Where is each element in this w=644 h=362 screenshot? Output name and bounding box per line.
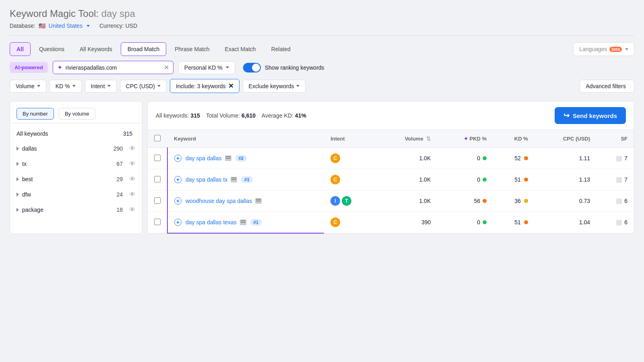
tab-questions[interactable]: Questions	[32, 42, 71, 56]
add-keyword-icon[interactable]: +	[174, 155, 182, 162]
filters-row: Volume KD % Intent CPC (USD) Include: 3 …	[10, 79, 634, 93]
flag-icon: 🇺🇸	[39, 23, 45, 29]
tab-all-keywords[interactable]: All Keywords	[73, 42, 119, 56]
intent-filter-button[interactable]: Intent	[85, 80, 117, 93]
kd-value: 51	[514, 219, 521, 225]
volume-filter-button[interactable]: Volume	[10, 80, 46, 93]
eye-icon[interactable]: 👁	[129, 145, 136, 152]
ranking-toggle[interactable]	[243, 63, 261, 72]
ranking-toggle-wrapper: Show ranking keywords	[243, 63, 324, 72]
eye-icon[interactable]: 👁	[129, 191, 136, 198]
keyword-link[interactable]: day spa dallas	[186, 155, 222, 161]
send-keywords-button[interactable]: ↪ Send keywords	[555, 107, 626, 124]
results-stats: All keywords: 315 Total Volume: 6,610 Av…	[156, 112, 306, 119]
kd-filter-button[interactable]: KD %	[50, 80, 82, 93]
sidebar-item-label: best	[22, 176, 113, 182]
tab-exact-match[interactable]: Exact Match	[218, 42, 263, 56]
rank-badge: #1	[250, 219, 262, 225]
sidebar-item[interactable]: tx 67 👁	[10, 156, 142, 172]
results-vol-value: 6,610	[242, 112, 256, 119]
sort-by-number-button[interactable]: By number	[17, 108, 54, 120]
database-chevron-icon[interactable]	[87, 25, 90, 27]
tab-broad-match[interactable]: Broad Match	[121, 42, 166, 56]
advanced-filters-button[interactable]: Advanced filters	[580, 80, 634, 93]
kd-dot	[524, 178, 528, 182]
add-keyword-icon[interactable]: +	[174, 219, 182, 226]
sidebar-item-chevron-icon	[17, 147, 19, 151]
add-keyword-icon[interactable]: +	[174, 176, 182, 183]
sidebar-item[interactable]: package 18 👁	[10, 202, 142, 217]
kd-value: 36	[514, 198, 521, 204]
keyword-link[interactable]: day spa dallas texas	[186, 219, 237, 225]
row-checkbox[interactable]	[154, 155, 161, 161]
keyword-cell: + woodhouse day spa dallas	[167, 190, 324, 212]
eye-icon[interactable]: 👁	[129, 206, 136, 213]
keyword-link[interactable]: woodhouse day spa dallas	[186, 198, 252, 204]
intent-filter-label: Intent	[91, 83, 105, 89]
rank-badge: #1	[241, 176, 252, 183]
row-checkbox[interactable]	[154, 176, 161, 182]
sidebar-item-count: 18	[116, 207, 123, 213]
row-checkbox-cell	[148, 190, 167, 212]
tab-all[interactable]: All	[10, 42, 31, 56]
cpc-cell: 1.04	[535, 212, 597, 233]
sparkle-icon: ✦	[57, 64, 62, 71]
intent-cell: C	[324, 212, 377, 233]
tab-languages[interactable]: Languages beta	[573, 42, 634, 56]
kd-cell: 51	[493, 169, 535, 190]
personal-kd-dropdown[interactable]: Personal KD %	[178, 61, 235, 74]
pkd-cell: 0	[437, 169, 493, 190]
th-kd: KD %	[493, 130, 535, 148]
kd-filter-label: KD %	[56, 83, 70, 89]
serp-icon[interactable]	[225, 155, 231, 161]
keyword-cell: + day spa dallas #2	[167, 148, 324, 169]
sidebar-item[interactable]: dfw 24 👁	[10, 187, 142, 202]
sidebar-all-keywords-row[interactable]: All keywords 315	[10, 126, 142, 141]
eye-icon[interactable]: 👁	[129, 160, 136, 168]
sidebar-item[interactable]: best 29 👁	[10, 172, 142, 187]
row-checkbox[interactable]	[154, 197, 161, 204]
serp-icon[interactable]	[240, 219, 246, 225]
beta-badge: beta	[609, 47, 622, 52]
intent-cell: C	[324, 148, 377, 169]
pkd-dot	[483, 199, 487, 203]
select-all-checkbox[interactable]	[154, 135, 161, 141]
cpc-cell: 1.13	[535, 169, 597, 190]
table-row: + day spa dallas tx #1 C 1.0K	[148, 169, 634, 190]
pkd-dot	[483, 156, 487, 160]
volume-sort-icon: ⇅	[426, 136, 431, 142]
tab-related[interactable]: Related	[264, 42, 297, 56]
sidebar-item-count: 24	[116, 191, 123, 198]
keyword-cell: + day spa dallas texas #1	[167, 212, 324, 233]
serp-icon[interactable]	[255, 198, 262, 204]
sf-value: 6	[624, 198, 627, 204]
include-filter-button[interactable]: Include: 3 keywords ✕	[170, 79, 239, 93]
cpc-filter-button[interactable]: CPC (USD)	[120, 80, 167, 93]
keyword-link[interactable]: day spa dallas tx	[186, 176, 227, 183]
kd-value: 52	[514, 155, 521, 161]
intent-chevron-icon	[107, 85, 111, 87]
tab-phrase-match[interactable]: Phrase Match	[168, 42, 216, 56]
exclude-filter-button[interactable]: Exclude keywords	[243, 80, 306, 93]
sidebar-item[interactable]: dallas 290 👁	[10, 141, 142, 156]
sidebar-item-count: 290	[114, 145, 123, 152]
sf-cell: 6	[597, 190, 634, 212]
tabs-row: All Questions All Keywords Broad Match P…	[10, 42, 634, 56]
volume-cell: 1.0K	[377, 190, 437, 212]
serp-icon[interactable]	[231, 177, 237, 182]
include-filter-clear-button[interactable]: ✕	[228, 82, 233, 90]
th-keyword: Keyword	[167, 130, 324, 148]
sf-value: 6	[624, 219, 627, 225]
cpc-cell: 0.73	[535, 190, 597, 212]
row-checkbox[interactable]	[154, 219, 161, 225]
include-filter-label: Include: 3 keywords	[176, 83, 226, 89]
kd-dot	[524, 199, 528, 203]
eye-icon[interactable]: 👁	[129, 176, 136, 183]
database-link[interactable]: United States	[49, 23, 83, 29]
volume-cell: 1.0K	[377, 169, 437, 190]
sort-by-volume-button[interactable]: By volume	[59, 108, 95, 120]
ai-domain-input[interactable]	[66, 64, 161, 71]
th-volume[interactable]: Volume ⇅	[377, 130, 437, 148]
ai-input-clear-button[interactable]: ✕	[164, 64, 169, 71]
add-keyword-icon[interactable]: +	[174, 197, 182, 205]
